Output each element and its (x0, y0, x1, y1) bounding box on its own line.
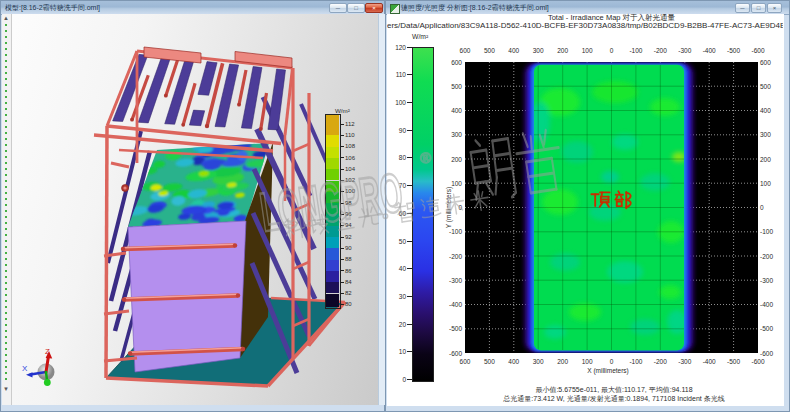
svg-text:Z: Z (45, 347, 50, 356)
svg-text:X: X (22, 364, 28, 373)
